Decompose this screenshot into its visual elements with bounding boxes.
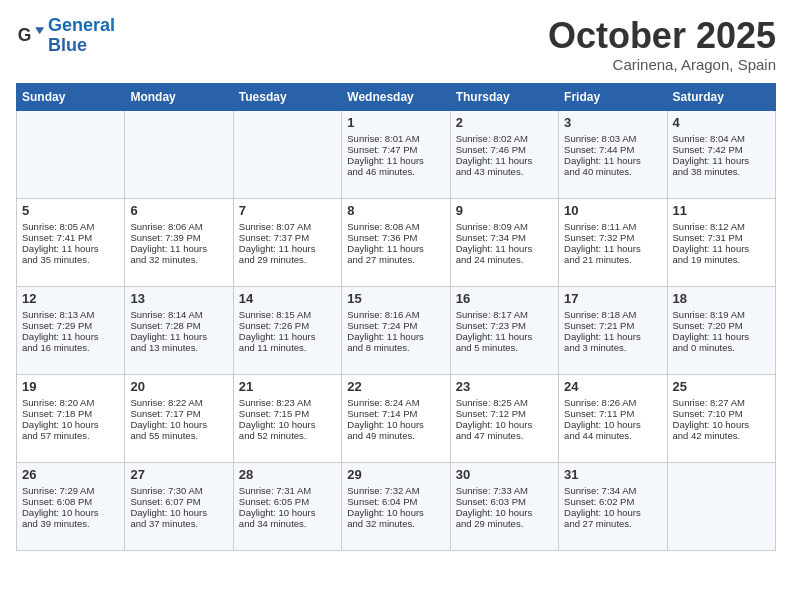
- day-info-line: Sunrise: 8:09 AM: [456, 221, 553, 232]
- day-info-line: Daylight: 10 hours: [564, 507, 661, 518]
- location-subtitle: Carinena, Aragon, Spain: [548, 56, 776, 73]
- day-info-line: Daylight: 11 hours: [673, 155, 770, 166]
- day-info-line: and 27 minutes.: [564, 518, 661, 529]
- day-number: 1: [347, 115, 444, 130]
- calendar-cell: 29Sunrise: 7:32 AMSunset: 6:04 PMDayligh…: [342, 462, 450, 550]
- day-number: 31: [564, 467, 661, 482]
- calendar-cell: 12Sunrise: 8:13 AMSunset: 7:29 PMDayligh…: [17, 286, 125, 374]
- day-info-line: Sunrise: 8:18 AM: [564, 309, 661, 320]
- day-info-line: Sunset: 7:17 PM: [130, 408, 227, 419]
- day-info-line: and 34 minutes.: [239, 518, 336, 529]
- calendar-cell: 22Sunrise: 8:24 AMSunset: 7:14 PMDayligh…: [342, 374, 450, 462]
- day-info-line: Daylight: 11 hours: [130, 243, 227, 254]
- day-info-line: Sunset: 7:23 PM: [456, 320, 553, 331]
- day-info-line: Sunset: 6:05 PM: [239, 496, 336, 507]
- day-info-line: Sunrise: 8:11 AM: [564, 221, 661, 232]
- calendar-cell: 2Sunrise: 8:02 AMSunset: 7:46 PMDaylight…: [450, 110, 558, 198]
- day-info-line: and 0 minutes.: [673, 342, 770, 353]
- svg-marker-1: [35, 27, 44, 34]
- calendar-cell: [17, 110, 125, 198]
- logo-line2: Blue: [48, 35, 87, 55]
- day-info-line: Daylight: 10 hours: [673, 419, 770, 430]
- day-info-line: and 44 minutes.: [564, 430, 661, 441]
- svg-text:G: G: [18, 25, 32, 45]
- day-number: 19: [22, 379, 119, 394]
- day-info-line: and 8 minutes.: [347, 342, 444, 353]
- day-info-line: Daylight: 11 hours: [130, 331, 227, 342]
- day-info-line: and 42 minutes.: [673, 430, 770, 441]
- day-info-line: Daylight: 10 hours: [347, 507, 444, 518]
- weekday-header-cell: Sunday: [17, 83, 125, 110]
- day-info-line: Daylight: 10 hours: [130, 419, 227, 430]
- day-info-line: Sunrise: 8:22 AM: [130, 397, 227, 408]
- calendar-week-row: 26Sunrise: 7:29 AMSunset: 6:08 PMDayligh…: [17, 462, 776, 550]
- day-number: 10: [564, 203, 661, 218]
- day-number: 24: [564, 379, 661, 394]
- day-info-line: Sunset: 7:21 PM: [564, 320, 661, 331]
- day-info-line: Sunset: 7:26 PM: [239, 320, 336, 331]
- weekday-header-cell: Monday: [125, 83, 233, 110]
- day-info-line: Sunset: 7:15 PM: [239, 408, 336, 419]
- day-info-line: Sunrise: 7:30 AM: [130, 485, 227, 496]
- day-info-line: Sunset: 7:31 PM: [673, 232, 770, 243]
- day-info-line: Daylight: 10 hours: [456, 507, 553, 518]
- day-info-line: Sunset: 7:42 PM: [673, 144, 770, 155]
- day-number: 7: [239, 203, 336, 218]
- weekday-header-cell: Tuesday: [233, 83, 341, 110]
- day-info-line: and 16 minutes.: [22, 342, 119, 353]
- day-info-line: Sunrise: 8:27 AM: [673, 397, 770, 408]
- calendar-cell: [667, 462, 775, 550]
- day-info-line: and 3 minutes.: [564, 342, 661, 353]
- day-info-line: Sunset: 7:28 PM: [130, 320, 227, 331]
- calendar-week-row: 19Sunrise: 8:20 AMSunset: 7:18 PMDayligh…: [17, 374, 776, 462]
- header: G General Blue October 2025 Carinena, Ar…: [16, 16, 776, 73]
- day-info-line: Daylight: 10 hours: [239, 507, 336, 518]
- day-info-line: Sunrise: 7:34 AM: [564, 485, 661, 496]
- day-info-line: and 43 minutes.: [456, 166, 553, 177]
- day-number: 29: [347, 467, 444, 482]
- day-info-line: Daylight: 10 hours: [130, 507, 227, 518]
- day-info-line: and 11 minutes.: [239, 342, 336, 353]
- calendar-cell: 23Sunrise: 8:25 AMSunset: 7:12 PMDayligh…: [450, 374, 558, 462]
- day-info-line: Sunrise: 8:07 AM: [239, 221, 336, 232]
- day-info-line: and 38 minutes.: [673, 166, 770, 177]
- day-info-line: Sunrise: 8:19 AM: [673, 309, 770, 320]
- day-number: 2: [456, 115, 553, 130]
- day-info-line: Sunset: 7:29 PM: [22, 320, 119, 331]
- day-info-line: and 57 minutes.: [22, 430, 119, 441]
- day-info-line: Sunset: 7:20 PM: [673, 320, 770, 331]
- day-info-line: Sunrise: 8:06 AM: [130, 221, 227, 232]
- day-info-line: Sunrise: 7:31 AM: [239, 485, 336, 496]
- day-number: 3: [564, 115, 661, 130]
- day-info-line: Sunset: 7:24 PM: [347, 320, 444, 331]
- day-info-line: Sunset: 7:36 PM: [347, 232, 444, 243]
- day-info-line: Sunset: 6:08 PM: [22, 496, 119, 507]
- day-info-line: Sunset: 7:46 PM: [456, 144, 553, 155]
- day-info-line: Sunrise: 7:33 AM: [456, 485, 553, 496]
- day-info-line: Daylight: 11 hours: [456, 155, 553, 166]
- day-number: 22: [347, 379, 444, 394]
- day-info-line: Sunrise: 8:24 AM: [347, 397, 444, 408]
- calendar-cell: 19Sunrise: 8:20 AMSunset: 7:18 PMDayligh…: [17, 374, 125, 462]
- logo: G General Blue: [16, 16, 115, 56]
- logo-text: General Blue: [48, 16, 115, 56]
- day-info-line: and 52 minutes.: [239, 430, 336, 441]
- day-info-line: and 35 minutes.: [22, 254, 119, 265]
- day-info-line: Daylight: 10 hours: [456, 419, 553, 430]
- day-info-line: Sunrise: 8:23 AM: [239, 397, 336, 408]
- day-info-line: Daylight: 11 hours: [456, 243, 553, 254]
- day-info-line: and 5 minutes.: [456, 342, 553, 353]
- day-info-line: Sunset: 7:41 PM: [22, 232, 119, 243]
- day-info-line: Sunrise: 8:13 AM: [22, 309, 119, 320]
- calendar-cell: 21Sunrise: 8:23 AMSunset: 7:15 PMDayligh…: [233, 374, 341, 462]
- day-number: 23: [456, 379, 553, 394]
- day-info-line: and 46 minutes.: [347, 166, 444, 177]
- calendar-cell: 3Sunrise: 8:03 AMSunset: 7:44 PMDaylight…: [559, 110, 667, 198]
- day-number: 15: [347, 291, 444, 306]
- day-number: 17: [564, 291, 661, 306]
- calendar-cell: 17Sunrise: 8:18 AMSunset: 7:21 PMDayligh…: [559, 286, 667, 374]
- calendar-cell: 4Sunrise: 8:04 AMSunset: 7:42 PMDaylight…: [667, 110, 775, 198]
- day-info-line: Daylight: 11 hours: [347, 331, 444, 342]
- day-info-line: Daylight: 11 hours: [564, 331, 661, 342]
- calendar-week-row: 5Sunrise: 8:05 AMSunset: 7:41 PMDaylight…: [17, 198, 776, 286]
